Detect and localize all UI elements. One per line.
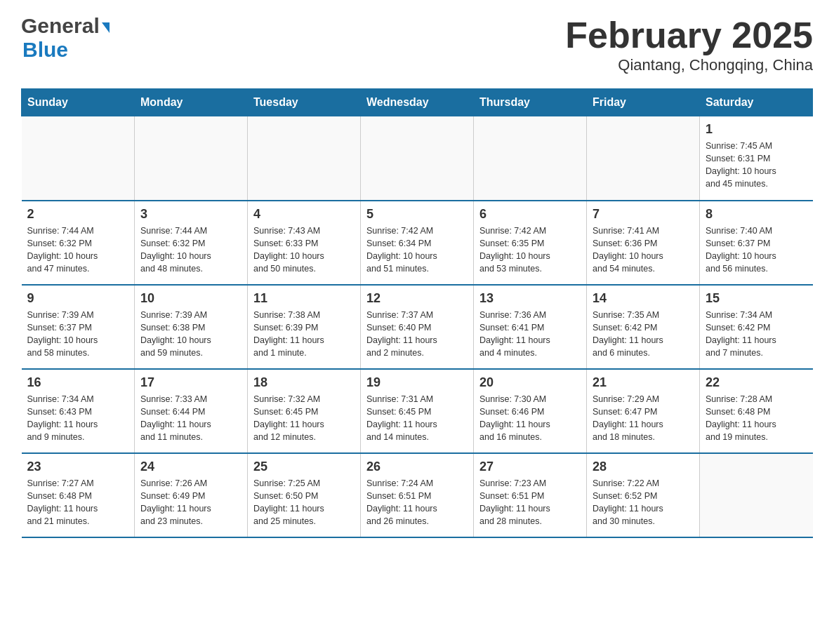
- day-info: Sunrise: 7:44 AM Sunset: 6:32 PM Dayligh…: [27, 224, 129, 276]
- calendar-cell: 11Sunrise: 7:38 AM Sunset: 6:39 PM Dayli…: [248, 285, 361, 369]
- day-info: Sunrise: 7:32 AM Sunset: 6:45 PM Dayligh…: [253, 393, 355, 444]
- calendar-cell: 15Sunrise: 7:34 AM Sunset: 6:42 PM Dayli…: [700, 285, 813, 369]
- day-info: Sunrise: 7:39 AM Sunset: 6:37 PM Dayligh…: [27, 309, 129, 360]
- calendar-cell: 17Sunrise: 7:33 AM Sunset: 6:44 PM Dayli…: [135, 369, 248, 453]
- calendar-cell: 26Sunrise: 7:24 AM Sunset: 6:51 PM Dayli…: [361, 453, 474, 537]
- day-number: 11: [253, 291, 355, 306]
- day-info: Sunrise: 7:40 AM Sunset: 6:37 PM Dayligh…: [706, 224, 807, 276]
- day-number: 24: [140, 459, 241, 474]
- calendar-cell: 25Sunrise: 7:25 AM Sunset: 6:50 PM Dayli…: [248, 453, 361, 537]
- calendar-cell: 18Sunrise: 7:32 AM Sunset: 6:45 PM Dayli…: [248, 369, 361, 453]
- week-row-2: 2Sunrise: 7:44 AM Sunset: 6:32 PM Daylig…: [22, 201, 813, 285]
- day-number: 6: [479, 207, 581, 222]
- calendar-cell: 10Sunrise: 7:39 AM Sunset: 6:38 PM Dayli…: [135, 285, 248, 369]
- day-info: Sunrise: 7:36 AM Sunset: 6:41 PM Dayligh…: [479, 309, 581, 360]
- calendar-cell: [700, 453, 813, 537]
- header-day-tuesday: Tuesday: [248, 89, 361, 116]
- day-number: 19: [366, 375, 468, 390]
- day-number: 18: [253, 375, 355, 390]
- calendar-subtitle: Qiantang, Chongqing, China: [565, 56, 813, 74]
- day-info: Sunrise: 7:42 AM Sunset: 6:35 PM Dayligh…: [479, 224, 581, 276]
- day-number: 21: [593, 375, 694, 390]
- calendar-cell: [474, 116, 587, 201]
- day-info: Sunrise: 7:35 AM Sunset: 6:42 PM Dayligh…: [593, 309, 694, 360]
- logo: General Blue: [21, 14, 110, 62]
- calendar-cell: 6Sunrise: 7:42 AM Sunset: 6:35 PM Daylig…: [474, 201, 587, 285]
- day-number: 14: [593, 291, 694, 306]
- day-info: Sunrise: 7:42 AM Sunset: 6:34 PM Dayligh…: [366, 224, 468, 276]
- day-info: Sunrise: 7:28 AM Sunset: 6:48 PM Dayligh…: [706, 393, 807, 444]
- day-info: Sunrise: 7:30 AM Sunset: 6:46 PM Dayligh…: [479, 393, 581, 444]
- week-row-5: 23Sunrise: 7:27 AM Sunset: 6:48 PM Dayli…: [22, 453, 813, 537]
- calendar-cell: 1Sunrise: 7:45 AM Sunset: 6:31 PM Daylig…: [700, 116, 813, 201]
- day-info: Sunrise: 7:43 AM Sunset: 6:33 PM Dayligh…: [253, 224, 355, 276]
- calendar-cell: 22Sunrise: 7:28 AM Sunset: 6:48 PM Dayli…: [700, 369, 813, 453]
- day-number: 28: [593, 459, 694, 474]
- calendar-title: February 2025: [565, 14, 813, 56]
- calendar-cell: 8Sunrise: 7:40 AM Sunset: 6:37 PM Daylig…: [700, 201, 813, 285]
- calendar-cell: 13Sunrise: 7:36 AM Sunset: 6:41 PM Dayli…: [474, 285, 587, 369]
- day-number: 23: [27, 459, 129, 474]
- page-header: General Blue February 2025 Qiantang, Cho…: [21, 14, 813, 74]
- calendar-cell: [361, 116, 474, 201]
- header-day-sunday: Sunday: [22, 89, 135, 116]
- day-number: 10: [140, 291, 241, 306]
- calendar-cell: 5Sunrise: 7:42 AM Sunset: 6:34 PM Daylig…: [361, 201, 474, 285]
- day-number: 25: [253, 459, 355, 474]
- calendar-cell: 12Sunrise: 7:37 AM Sunset: 6:40 PM Dayli…: [361, 285, 474, 369]
- day-info: Sunrise: 7:23 AM Sunset: 6:51 PM Dayligh…: [479, 477, 581, 528]
- header-day-saturday: Saturday: [700, 89, 813, 116]
- calendar-title-block: February 2025 Qiantang, Chongqing, China: [565, 14, 813, 74]
- calendar-cell: [248, 116, 361, 201]
- calendar-cell: 16Sunrise: 7:34 AM Sunset: 6:43 PM Dayli…: [22, 369, 135, 453]
- day-info: Sunrise: 7:26 AM Sunset: 6:49 PM Dayligh…: [140, 477, 241, 528]
- day-info: Sunrise: 7:38 AM Sunset: 6:39 PM Dayligh…: [253, 309, 355, 360]
- header-day-wednesday: Wednesday: [361, 89, 474, 116]
- calendar-cell: 27Sunrise: 7:23 AM Sunset: 6:51 PM Dayli…: [474, 453, 587, 537]
- day-info: Sunrise: 7:33 AM Sunset: 6:44 PM Dayligh…: [140, 393, 241, 444]
- day-info: Sunrise: 7:41 AM Sunset: 6:36 PM Dayligh…: [593, 224, 694, 276]
- day-info: Sunrise: 7:39 AM Sunset: 6:38 PM Dayligh…: [140, 309, 241, 360]
- calendar-table: SundayMondayTuesdayWednesdayThursdayFrid…: [21, 88, 813, 538]
- calendar-cell: 14Sunrise: 7:35 AM Sunset: 6:42 PM Dayli…: [587, 285, 700, 369]
- calendar-cell: 2Sunrise: 7:44 AM Sunset: 6:32 PM Daylig…: [22, 201, 135, 285]
- day-info: Sunrise: 7:25 AM Sunset: 6:50 PM Dayligh…: [253, 477, 355, 528]
- day-number: 12: [366, 291, 468, 306]
- day-number: 17: [140, 375, 241, 390]
- day-info: Sunrise: 7:45 AM Sunset: 6:31 PM Dayligh…: [706, 140, 807, 191]
- calendar-cell: 7Sunrise: 7:41 AM Sunset: 6:36 PM Daylig…: [587, 201, 700, 285]
- header-day-thursday: Thursday: [474, 89, 587, 116]
- calendar-cell: 21Sunrise: 7:29 AM Sunset: 6:47 PM Dayli…: [587, 369, 700, 453]
- calendar-cell: 9Sunrise: 7:39 AM Sunset: 6:37 PM Daylig…: [22, 285, 135, 369]
- day-info: Sunrise: 7:37 AM Sunset: 6:40 PM Dayligh…: [366, 309, 468, 360]
- calendar-cell: [135, 116, 248, 201]
- calendar-cell: 23Sunrise: 7:27 AM Sunset: 6:48 PM Dayli…: [22, 453, 135, 537]
- week-row-3: 9Sunrise: 7:39 AM Sunset: 6:37 PM Daylig…: [22, 285, 813, 369]
- day-number: 22: [706, 375, 807, 390]
- day-number: 1: [706, 122, 807, 137]
- day-number: 7: [593, 207, 694, 222]
- day-info: Sunrise: 7:24 AM Sunset: 6:51 PM Dayligh…: [366, 477, 468, 528]
- header-day-friday: Friday: [587, 89, 700, 116]
- day-info: Sunrise: 7:27 AM Sunset: 6:48 PM Dayligh…: [27, 477, 129, 528]
- day-number: 9: [27, 291, 129, 306]
- day-number: 13: [479, 291, 581, 306]
- logo-general-text: General: [21, 14, 100, 38]
- day-number: 8: [706, 207, 807, 222]
- calendar-cell: 24Sunrise: 7:26 AM Sunset: 6:49 PM Dayli…: [135, 453, 248, 537]
- day-number: 4: [253, 207, 355, 222]
- header-day-monday: Monday: [135, 89, 248, 116]
- week-row-1: 1Sunrise: 7:45 AM Sunset: 6:31 PM Daylig…: [22, 116, 813, 201]
- day-number: 16: [27, 375, 129, 390]
- day-info: Sunrise: 7:44 AM Sunset: 6:32 PM Dayligh…: [140, 224, 241, 276]
- day-number: 26: [366, 459, 468, 474]
- day-number: 2: [27, 207, 129, 222]
- calendar-cell: [22, 116, 135, 201]
- logo-arrow-icon: [102, 22, 110, 33]
- day-number: 3: [140, 207, 241, 222]
- day-info: Sunrise: 7:34 AM Sunset: 6:42 PM Dayligh…: [706, 309, 807, 360]
- day-info: Sunrise: 7:29 AM Sunset: 6:47 PM Dayligh…: [593, 393, 694, 444]
- logo-blue-text: Blue: [22, 38, 110, 62]
- week-row-4: 16Sunrise: 7:34 AM Sunset: 6:43 PM Dayli…: [22, 369, 813, 453]
- calendar-cell: 19Sunrise: 7:31 AM Sunset: 6:45 PM Dayli…: [361, 369, 474, 453]
